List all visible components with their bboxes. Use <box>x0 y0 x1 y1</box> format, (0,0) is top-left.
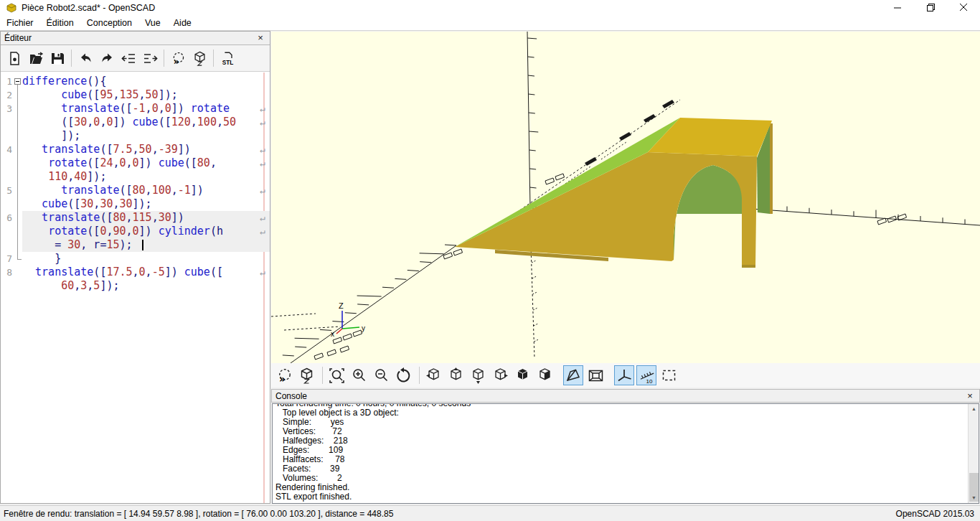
undo-button[interactable] <box>75 47 96 69</box>
fold-margin <box>12 225 22 238</box>
code-text: cube([30,30,30]); <box>22 197 270 211</box>
minimize-button[interactable] <box>881 0 914 15</box>
show-crosshairs-button[interactable] <box>659 365 679 385</box>
menu-fichier[interactable]: Fichier <box>0 16 40 30</box>
code-line[interactable]: 5 translate([80,100,-1])↵ <box>1 184 270 197</box>
reset-view-button[interactable] <box>393 365 413 385</box>
code-editor[interactable]: 1difference(){2 cube([95,135,50]);3 tran… <box>1 72 270 503</box>
menu-vue[interactable]: Vue <box>138 16 167 30</box>
code-text: ([30,0,0]) cube([120,100,50 <box>22 116 270 129</box>
svg-text:»: » <box>173 56 179 66</box>
window-title: Pièce Robot2.scad* - OpenSCAD <box>22 3 155 13</box>
x-axis-label: x <box>331 330 334 338</box>
toolbar-separator <box>322 367 323 384</box>
orthogonal-button[interactable] <box>585 365 606 385</box>
editor-close-icon[interactable]: × <box>255 33 266 43</box>
menu-bar: FichierÉditionConceptionVueAide <box>0 15 980 31</box>
render-button[interactable] <box>296 365 316 385</box>
preview-icon: » <box>171 51 186 66</box>
export-stl-button[interactable]: STL <box>217 47 238 69</box>
svg-text:»: » <box>279 373 286 384</box>
new-file-button[interactable] <box>4 47 25 69</box>
view-right-button[interactable] <box>490 365 510 385</box>
preview-button[interactable]: » <box>167 47 189 69</box>
line-number <box>1 238 12 252</box>
viewport-toolbar: »10 <box>271 363 980 388</box>
code-line[interactable]: ]); <box>1 129 270 143</box>
editor-panel-header: Éditeur × <box>1 32 270 45</box>
zoom-out-icon <box>373 367 390 384</box>
code-line[interactable]: rotate([0,90,0]) cylinder(h↵ <box>1 225 270 238</box>
code-line[interactable]: rotate([24,0,0]) cube([80,↵ <box>1 156 270 170</box>
open-button[interactable] <box>25 47 47 69</box>
code-line[interactable]: 7 } <box>1 252 270 266</box>
console-log-text: Total rendering time: 0 hours, 0 minutes… <box>273 403 979 502</box>
code-text: = 30, r=15); <box>22 238 270 252</box>
line-number: 7 <box>1 252 12 266</box>
line-number: 8 <box>1 266 12 279</box>
close-button[interactable] <box>947 0 980 15</box>
view-left-icon <box>425 367 442 384</box>
indent-button[interactable] <box>139 47 161 69</box>
view-left-button[interactable] <box>423 365 443 385</box>
code-line[interactable]: 1difference(){ <box>1 75 270 88</box>
code-line[interactable]: 6 translate([80,115,30])↵ <box>1 211 270 225</box>
console-scrollbar[interactable]: ▲ ▼ <box>968 404 979 503</box>
show-crosshairs-icon <box>661 367 677 384</box>
perspective-button[interactable] <box>563 365 583 385</box>
code-line[interactable]: 3 translate([-1,0,0]) rotate↵ <box>1 102 270 116</box>
code-line[interactable]: = 30, r=15); <box>1 238 270 252</box>
code-line[interactable]: 4 translate([7.5,50,-39])↵ <box>1 143 270 156</box>
code-text: 60,3,5]); <box>22 279 270 293</box>
line-wrap-icon: ↵ <box>260 266 265 279</box>
menu-aide[interactable]: Aide <box>167 16 198 30</box>
view-bottom-icon <box>470 367 486 384</box>
code-line[interactable]: 2 cube([95,135,50]); <box>1 88 270 102</box>
preview-button[interactable]: » <box>274 365 294 385</box>
code-text: ]); <box>22 129 270 143</box>
save-button[interactable] <box>47 47 68 69</box>
zoom-fit-button[interactable] <box>326 365 347 385</box>
status-render-info: Fenêtre de rendu: translation = [ 14.94 … <box>0 509 896 519</box>
svg-text:10: 10 <box>646 377 652 384</box>
view-bottom-button[interactable] <box>468 365 488 385</box>
redo-button[interactable] <box>96 47 118 69</box>
unindent-button[interactable] <box>118 47 139 69</box>
console-close-icon[interactable]: × <box>964 391 976 401</box>
restore-button[interactable] <box>914 0 947 15</box>
editor-panel-title: Éditeur <box>4 33 255 43</box>
code-text: difference(){ <box>22 75 270 88</box>
scroll-down-icon[interactable]: ▼ <box>969 493 979 503</box>
scroll-up-icon[interactable]: ▲ <box>969 404 979 414</box>
menu-conception[interactable]: Conception <box>80 16 138 30</box>
show-axes-button[interactable] <box>614 365 634 385</box>
code-line[interactable]: 60,3,5]); <box>1 279 270 293</box>
line-number: 2 <box>1 88 12 102</box>
toolbar-separator <box>419 367 420 384</box>
view-top-button[interactable] <box>446 365 466 385</box>
view-front-icon <box>514 367 531 384</box>
code-line[interactable]: 8 translate([17.5,0,-5]) cube([↵ <box>1 266 270 279</box>
orthogonal-icon <box>588 367 604 384</box>
zoom-out-button[interactable] <box>371 365 391 385</box>
line-number: 5 <box>1 184 12 197</box>
code-line[interactable]: ([30,0,0]) cube([120,100,50↵ <box>1 116 270 129</box>
console-panel: Console × Total rendering time: 0 hours,… <box>271 389 980 504</box>
line-number: 1 <box>1 75 12 88</box>
code-line[interactable]: 110,40]); <box>1 170 270 184</box>
render-button[interactable] <box>189 47 210 69</box>
zoom-in-button[interactable] <box>349 365 369 385</box>
view-front-button[interactable] <box>512 365 532 385</box>
show-scale-markers-button[interactable]: 10 <box>636 365 656 385</box>
line-wrap-icon: ↵ <box>260 156 265 170</box>
code-text: rotate([24,0,0]) cube([80, <box>22 156 270 170</box>
line-wrap-icon: ↵ <box>260 211 265 225</box>
code-line[interactable]: cube([30,30,30]); <box>1 197 270 211</box>
menu-dition[interactable]: Édition <box>40 16 80 30</box>
code-text: translate([-1,0,0]) rotate <box>22 102 270 116</box>
view-back-button[interactable] <box>534 365 555 385</box>
line-number <box>1 116 12 129</box>
view-back-icon <box>537 367 553 384</box>
line-wrap-icon: ↵ <box>260 225 265 238</box>
3d-viewport[interactable]: Zyx <box>271 32 980 363</box>
